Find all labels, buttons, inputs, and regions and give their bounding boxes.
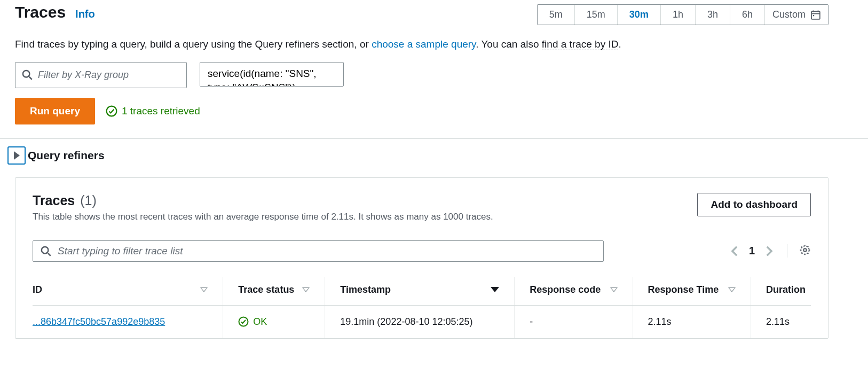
add-to-dashboard-button[interactable]: Add to dashboard	[697, 193, 811, 216]
col-timestamp[interactable]: Timestamp	[325, 277, 515, 306]
chevron-left-icon[interactable]	[731, 245, 738, 257]
group-filter[interactable]	[15, 62, 187, 88]
chevron-right-icon	[14, 151, 20, 160]
time-custom[interactable]: Custom	[765, 5, 828, 25]
trace-list-filter[interactable]	[33, 240, 604, 262]
trace-status: OK	[238, 316, 319, 328]
description: Find traces by typing a query, build a q…	[15, 37, 866, 52]
time-30m[interactable]: 30m	[618, 5, 661, 25]
pagination: 1	[731, 244, 811, 258]
time-custom-label: Custom	[772, 9, 806, 20]
trace-response-time: 2.11s	[633, 305, 751, 338]
query-refiners-label: Query refiners	[28, 149, 105, 162]
time-3h[interactable]: 3h	[696, 5, 730, 25]
time-15m[interactable]: 15m	[575, 5, 618, 25]
sort-icon	[728, 287, 736, 292]
sort-icon	[302, 287, 310, 292]
svg-point-11	[801, 246, 809, 254]
trace-response-code: -	[515, 305, 633, 338]
check-circle-icon	[238, 316, 249, 327]
table-settings-button[interactable]	[787, 244, 811, 258]
svg-line-6	[29, 77, 32, 80]
svg-point-10	[803, 248, 807, 252]
group-filter-input[interactable]	[38, 69, 180, 81]
traces-panel: Traces (1) This table shows the most rec…	[15, 177, 828, 339]
sort-desc-icon	[491, 287, 499, 292]
expand-refiners-toggle[interactable]	[7, 146, 26, 165]
chevron-right-icon[interactable]	[766, 245, 773, 257]
traces-panel-title: Traces	[33, 193, 75, 208]
svg-line-9	[48, 253, 51, 255]
gear-icon	[799, 244, 811, 256]
info-link[interactable]: Info	[75, 8, 95, 20]
trace-filter-input[interactable]	[58, 245, 596, 257]
query-input[interactable]	[200, 62, 344, 87]
query-status: 1 traces retrieved	[106, 105, 200, 117]
trace-id-link[interactable]: ...86b347fc50bc57a992e9b835	[33, 316, 165, 327]
trace-timestamp: 19.1min (2022-08-10 12:05:25)	[325, 305, 515, 338]
svg-point-5	[23, 71, 30, 77]
table-row: ...86b347fc50bc57a992e9b835 OK 19.1min (…	[33, 305, 811, 338]
svg-rect-0	[811, 11, 820, 19]
time-5m[interactable]: 5m	[538, 5, 575, 25]
sample-query-link[interactable]: choose a sample query	[372, 38, 476, 50]
search-icon	[41, 246, 51, 256]
page-title: Traces	[15, 3, 66, 21]
col-response-code[interactable]: Response code	[515, 277, 633, 306]
col-status[interactable]: Trace status	[223, 277, 325, 306]
time-1h[interactable]: 1h	[661, 5, 696, 25]
time-6h[interactable]: 6h	[730, 5, 765, 25]
find-trace-by-id-link[interactable]: find a trace by ID	[542, 38, 619, 50]
check-circle-icon	[106, 105, 117, 117]
sort-icon	[610, 287, 618, 292]
trace-duration: 2.11s	[751, 305, 811, 338]
col-duration[interactable]: Duration	[751, 277, 811, 306]
svg-rect-4	[813, 15, 814, 16]
traces-table: ID Trace status Timestamp Response code …	[33, 277, 811, 338]
calendar-icon	[811, 10, 820, 20]
col-id[interactable]: ID	[33, 277, 223, 306]
time-range-selector: 5m 15m 30m 1h 3h 6h Custom	[537, 4, 828, 25]
run-query-button[interactable]: Run query	[15, 98, 95, 124]
traces-panel-desc: This table shows the most recent traces …	[33, 212, 493, 222]
page-number: 1	[749, 245, 755, 257]
traces-count: (1)	[80, 193, 97, 208]
search-icon	[22, 69, 33, 80]
svg-point-8	[42, 246, 49, 253]
col-response-time[interactable]: Response Time	[633, 277, 751, 306]
sort-icon	[200, 287, 208, 292]
query-status-text: 1 traces retrieved	[122, 105, 200, 117]
